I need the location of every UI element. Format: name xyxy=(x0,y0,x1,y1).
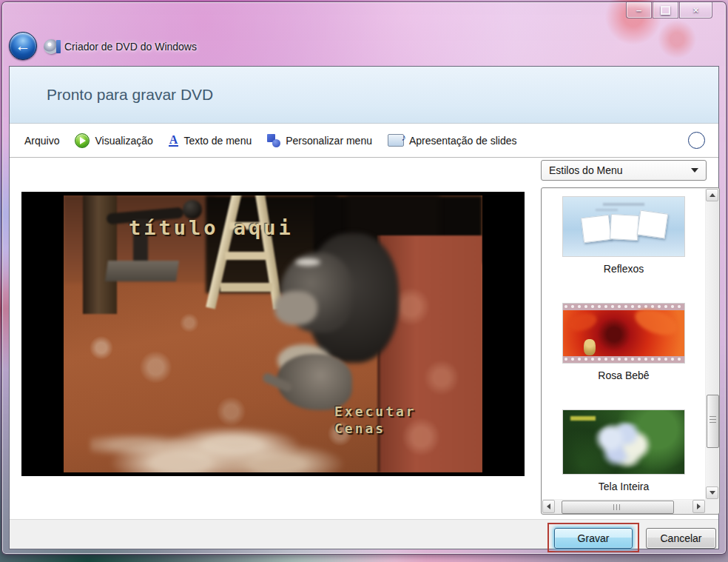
style-thumbnail-rosa-bebe xyxy=(562,303,685,364)
customize-menu-icon xyxy=(267,134,280,147)
menu-item-visualizacao[interactable]: Visualização xyxy=(75,133,152,148)
menu-item-label: Arquivo xyxy=(24,135,59,147)
chevron-down-icon xyxy=(691,168,698,173)
restore-button[interactable] xyxy=(653,2,678,19)
minimize-button[interactable]: – xyxy=(626,2,652,19)
cancel-button[interactable]: Cancelar xyxy=(646,528,716,549)
scroll-down-button[interactable] xyxy=(706,486,718,499)
horizontal-scrollbar[interactable] xyxy=(542,500,705,513)
burn-button[interactable]: Gravar xyxy=(554,528,633,549)
horizontal-scrollbar-thumb[interactable] xyxy=(562,501,674,514)
menu-styles-dropdown[interactable]: Estilos do Menu xyxy=(541,160,707,181)
page-title: Pronto para gravar DVD xyxy=(47,86,213,104)
menu-item-personalizar-menu[interactable]: Personalizar menu xyxy=(267,134,372,147)
scroll-grip-icon xyxy=(613,504,622,510)
play-preview-icon xyxy=(75,133,90,148)
restore-icon xyxy=(661,6,670,15)
scroll-grip-icon xyxy=(710,416,716,425)
arrow-up-icon xyxy=(710,193,715,197)
arrow-right-icon xyxy=(697,504,701,509)
dvd-maker-app-icon xyxy=(44,39,58,54)
dvd-menu-title-text: título aqui xyxy=(129,216,294,239)
watermark-figure xyxy=(570,416,596,421)
hydrangea-figure xyxy=(591,422,655,468)
style-item-rosa-bebe[interactable]: Rosa Bebê xyxy=(542,295,705,381)
scroll-right-button[interactable] xyxy=(692,500,705,513)
music-note-icon: ♪ xyxy=(401,132,406,143)
slideshow-icon: ♪ xyxy=(388,134,404,147)
back-arrow-icon: ← xyxy=(16,37,31,55)
dvd-menu-preview: título aqui Executar Cenas xyxy=(21,192,525,476)
menu-item-texto-de-menu[interactable]: A Texto de menu xyxy=(169,135,252,147)
menu-text-icon: A xyxy=(169,135,179,147)
page-header: Pronto para gravar DVD xyxy=(10,67,718,124)
menu-item-apresentacao-slides[interactable]: ♪ Apresentação de slides xyxy=(388,134,517,147)
arrow-down-icon xyxy=(710,491,715,495)
close-button[interactable]: × xyxy=(679,2,712,19)
vertical-scrollbar[interactable] xyxy=(706,189,718,499)
dvd-menu-option-play: Executar xyxy=(334,403,417,420)
menu-styles-panel: Reflexos Rosa Bebê Tela Inteira xyxy=(541,187,720,515)
window-controls: – × xyxy=(625,2,712,19)
back-button[interactable]: ← xyxy=(9,32,37,60)
photo-figure xyxy=(637,210,668,239)
menu-item-label: Personalizar menu xyxy=(286,135,372,147)
photo-figure xyxy=(581,215,612,243)
style-thumbnail-tela-inteira xyxy=(562,409,685,475)
menu-bar: Arquivo Visualização A Texto de menu Per… xyxy=(10,124,718,158)
floor-debris-figure xyxy=(90,406,349,472)
scroll-left-button[interactable] xyxy=(542,500,555,513)
menu-item-arquivo[interactable]: Arquivo xyxy=(24,135,59,147)
style-label: Rosa Bebê xyxy=(542,369,705,381)
footer-bar: Gravar Cancelar xyxy=(10,519,718,549)
help-icon: ? xyxy=(694,135,700,146)
dvd-menu-options: Executar Cenas xyxy=(334,403,417,437)
photo-figure xyxy=(610,214,639,241)
scroll-up-button[interactable] xyxy=(706,189,718,201)
vertical-scrollbar-thumb[interactable] xyxy=(707,395,719,448)
style-label: Reflexos xyxy=(542,263,705,275)
dvd-menu-option-scenes: Cenas xyxy=(334,420,417,437)
preview-video-frame: título aqui Executar Cenas xyxy=(64,195,482,472)
style-item-reflexos[interactable]: Reflexos xyxy=(542,189,705,275)
help-button[interactable]: ? xyxy=(688,132,705,149)
menu-item-label: Visualização xyxy=(95,135,152,147)
dvd-maker-window: – × ← Criador de DVD do Windows Pronto p… xyxy=(1,1,727,555)
menu-styles-list: Reflexos Rosa Bebê Tela Inteira xyxy=(542,189,705,499)
style-thumbnail-reflexos xyxy=(562,196,685,257)
vise-figure xyxy=(107,198,199,287)
teddy-bear-figure xyxy=(584,339,596,355)
scrollbar-corner xyxy=(706,500,718,513)
menu-item-label: Apresentação de slides xyxy=(409,135,517,147)
window-content: Pronto para gravar DVD Arquivo Visualiza… xyxy=(9,66,719,549)
window-title: Criador de DVD do Windows xyxy=(64,41,197,53)
arrow-left-icon xyxy=(547,504,550,509)
style-label: Tela Inteira xyxy=(542,481,705,492)
dropdown-label: Estilos do Menu xyxy=(549,164,623,176)
style-item-tela-inteira[interactable]: Tela Inteira xyxy=(542,402,705,492)
menu-item-label: Texto de menu xyxy=(183,135,252,147)
kitten-figure xyxy=(277,354,352,410)
